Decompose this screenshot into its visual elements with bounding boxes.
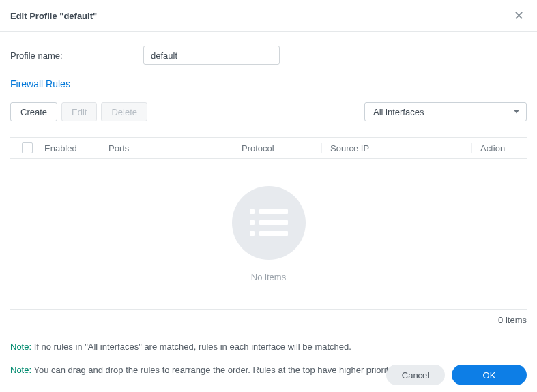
interface-dropdown-button[interactable]: All interfaces: [364, 102, 527, 121]
table-footer-count: 0 items: [10, 309, 527, 331]
profile-name-input[interactable]: [143, 46, 280, 65]
select-all-checkbox[interactable]: [22, 142, 33, 153]
empty-list-icon: [232, 186, 306, 260]
table-header-protocol: Protocol: [233, 143, 322, 153]
note-label: Note:: [10, 342, 31, 352]
delete-button[interactable]: Delete: [101, 102, 147, 121]
table-header-enabled: Enabled: [44, 143, 100, 153]
profile-name-row: Profile name:: [10, 46, 527, 65]
firewall-rules-heading: Firewall Rules: [10, 78, 527, 89]
create-button[interactable]: Create: [10, 102, 57, 121]
interface-dropdown-label: All interfaces: [373, 107, 424, 117]
dialog-content: Profile name: Firewall Rules Create Edit…: [0, 32, 537, 383]
note-1: Note: If no rules in "All interfaces" ar…: [10, 340, 527, 354]
table-header-checkbox-cell: [10, 142, 44, 153]
dialog-footer: Cancel OK: [0, 358, 537, 392]
interface-dropdown[interactable]: All interfaces: [364, 102, 527, 121]
table-header-ports: Ports: [100, 143, 233, 153]
section-divider: [10, 95, 527, 95]
dialog-title: Edit Profile "default": [10, 11, 97, 21]
table-header-action: Action: [472, 143, 527, 153]
cancel-button[interactable]: Cancel: [386, 365, 445, 385]
chevron-down-icon: [514, 110, 519, 114]
note-text-1: If no rules in "All interfaces" are matc…: [34, 342, 351, 352]
toolbar: Create Edit Delete All interfaces: [10, 102, 527, 130]
dialog-header: Edit Profile "default" ✕: [0, 0, 537, 32]
close-icon[interactable]: ✕: [511, 8, 527, 23]
empty-text: No items: [251, 272, 286, 282]
toolbar-left: Create Edit Delete: [10, 102, 147, 121]
edit-button[interactable]: Edit: [61, 102, 97, 121]
table-header-row: Enabled Ports Protocol Source IP Action: [10, 137, 527, 159]
table-header-sourceip: Source IP: [322, 143, 472, 153]
ok-button[interactable]: OK: [452, 365, 527, 385]
profile-name-label: Profile name:: [10, 50, 143, 61]
table-empty-state: No items: [10, 159, 527, 309]
